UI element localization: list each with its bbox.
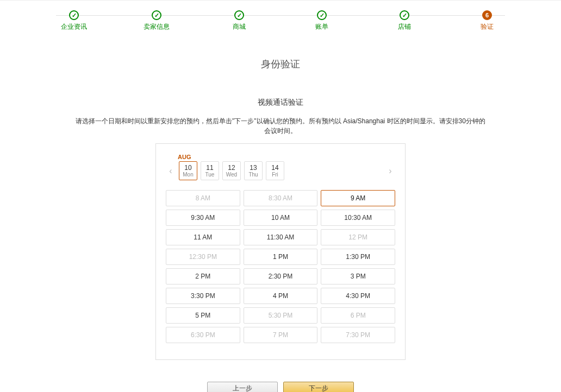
date-dow: Mon — [179, 172, 197, 178]
check-icon — [152, 10, 161, 20]
step-label: 卖家信息 — [144, 22, 170, 31]
time-slot: 6:30 PM — [166, 327, 240, 343]
date-dow: Fri — [266, 172, 284, 178]
time-slot: 12:30 PM — [166, 249, 240, 265]
time-slot[interactable]: 3:30 PM — [166, 288, 240, 304]
step-label: 账单 — [315, 22, 328, 31]
date-card-12[interactable]: 12Wed — [222, 161, 241, 180]
date-num: 13 — [245, 164, 262, 172]
instructions-text: 请选择一个日期和时间以重新安排您的预约，然后单击"下一步"以确认您的预约。所有预… — [74, 116, 487, 136]
time-slot[interactable]: 10 AM — [244, 210, 318, 226]
date-num: 10 — [179, 164, 197, 172]
step-1: 企业资讯 — [33, 10, 115, 31]
check-icon — [317, 10, 327, 20]
time-slot[interactable]: 2:30 PM — [244, 268, 318, 284]
time-slot[interactable]: 9:30 AM — [166, 210, 240, 226]
date-card-14[interactable]: 14Fri — [266, 161, 284, 180]
date-dow: Thu — [245, 172, 262, 178]
time-slot[interactable]: 11:30 AM — [244, 229, 318, 245]
time-slot[interactable]: 3 PM — [321, 268, 395, 284]
time-slot[interactable]: 5 PM — [166, 307, 240, 324]
month-label: AUG — [178, 154, 395, 160]
step-3: 商城 — [198, 10, 280, 31]
page-title: 身份验证 — [0, 58, 561, 71]
date-card-10[interactable]: 10Mon — [179, 161, 197, 180]
step-label: 店铺 — [398, 22, 411, 31]
check-icon — [234, 10, 244, 20]
time-slot: 7:30 PM — [321, 327, 395, 343]
date-num: 11 — [201, 164, 219, 172]
button-row: 上一步 下一步 — [0, 382, 561, 392]
time-slot: 8 AM — [166, 190, 240, 206]
date-card-11[interactable]: 11Tue — [201, 161, 219, 180]
prev-button[interactable]: 上一步 — [207, 382, 278, 392]
progress-stepper: 企业资讯卖家信息商城账单店铺6验证 — [0, 0, 561, 36]
time-slot[interactable]: 1:30 PM — [321, 249, 395, 265]
step-5: 店铺 — [363, 10, 446, 31]
check-icon — [400, 10, 409, 20]
date-dow: Tue — [201, 172, 219, 178]
date-next-arrow[interactable]: › — [385, 166, 395, 176]
date-prev-arrow[interactable]: ‹ — [166, 166, 176, 176]
time-slot: 7 PM — [244, 327, 318, 343]
step-label: 商城 — [233, 22, 246, 31]
date-row: ‹ 10Mon11Tue12Wed13Thu14Fri › — [166, 161, 395, 180]
time-slot: 6 PM — [321, 307, 395, 324]
time-slot: 12 PM — [321, 229, 395, 245]
next-button[interactable]: 下一步 — [283, 382, 354, 392]
step-label: 企业资讯 — [61, 22, 87, 31]
date-card-13[interactable]: 13Thu — [244, 161, 263, 180]
time-slot: 5:30 PM — [244, 307, 318, 324]
stepper-line — [56, 15, 505, 16]
time-slot[interactable]: 10:30 AM — [321, 210, 395, 226]
time-slot[interactable]: 11 AM — [166, 229, 240, 245]
time-slot[interactable]: 4:30 PM — [321, 288, 395, 304]
time-slot: 8:30 AM — [244, 190, 318, 206]
step-number-icon: 6 — [482, 10, 492, 20]
date-dow: Wed — [223, 172, 240, 178]
time-slot[interactable]: 2 PM — [166, 268, 240, 284]
scheduler-panel: AUG ‹ 10Mon11Tue12Wed13Thu14Fri › 8 AM8:… — [155, 143, 406, 360]
time-grid: 8 AM8:30 AM9 AM9:30 AM10 AM10:30 AM11 AM… — [166, 190, 395, 343]
date-num: 14 — [266, 164, 284, 172]
time-slot[interactable]: 4 PM — [244, 288, 318, 304]
time-slot[interactable]: 9 AM — [321, 190, 395, 206]
step-6: 6验证 — [446, 10, 528, 31]
date-num: 12 — [223, 164, 240, 172]
section-subtitle: 视频通话验证 — [0, 98, 561, 108]
step-2: 卖家信息 — [115, 10, 198, 31]
step-label: 验证 — [481, 22, 494, 31]
time-slot[interactable]: 1 PM — [244, 249, 318, 265]
step-4: 账单 — [280, 10, 363, 31]
check-icon — [69, 10, 79, 20]
